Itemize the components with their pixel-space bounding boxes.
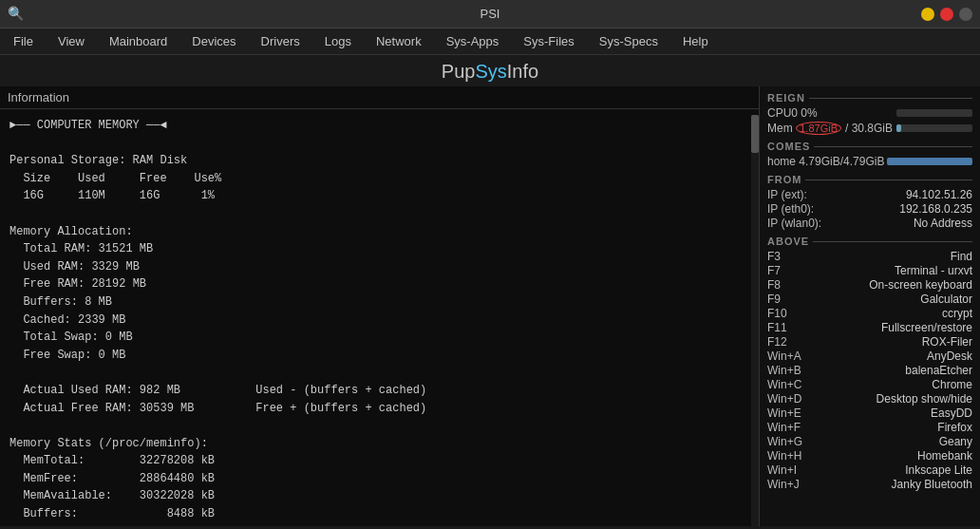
shortcut-row: Win+GGeany <box>767 435 972 448</box>
app-title-info: Info <box>507 61 538 82</box>
shortcut-key: F7 <box>767 264 781 277</box>
mem-total: / 30.8GiB <box>845 122 893 135</box>
shortcut-key: Win+B <box>767 364 801 377</box>
right-panel: REIGN CPU0 0% Mem 1.87GiB / 30.8GiB <box>760 86 980 526</box>
above-title: ABOVE <box>767 236 972 247</box>
menu-item-view[interactable]: View <box>54 32 88 50</box>
scroll-thumb[interactable] <box>751 115 759 153</box>
menu-item-file[interactable]: File <box>9 32 37 50</box>
shortcut-key: Win+I <box>767 463 797 477</box>
scroll-bar[interactable] <box>751 115 759 526</box>
comes-bar <box>887 158 972 165</box>
left-panel: Information ►—— COMPUTER MEMORY ——◄ Pers… <box>0 86 760 526</box>
shortcut-val: ROX-Filer <box>922 335 972 349</box>
shortcut-row: Win+BbalenaEtcher <box>767 364 972 377</box>
panel-header: Information <box>0 86 759 109</box>
comes-section: COMES home 4.79GiB/4.79GiB <box>767 141 972 168</box>
shortcut-key: Win+A <box>767 350 801 363</box>
shortcut-row: Win+JJanky Bluetooth <box>767 478 972 491</box>
shortcut-row: Win+CChrome <box>767 378 972 391</box>
comes-title: COMES <box>767 141 972 152</box>
above-section: ABOVE F3FindF7Terminal - urxvtF8On-scree… <box>767 236 972 491</box>
menu-item-sys-files[interactable]: Sys-Files <box>519 32 577 50</box>
ip-ext-row: IP (ext): 94.102.51.26 <box>767 188 972 201</box>
reign-section: REIGN CPU0 0% Mem 1.87GiB / 30.8GiB <box>767 92 972 135</box>
shortcut-val: Janky Bluetooth <box>892 478 972 491</box>
shortcut-key: F8 <box>767 278 781 292</box>
mem-row: Mem 1.87GiB / 30.8GiB <box>767 122 972 135</box>
cpu-label: CPU0 0% <box>767 106 818 120</box>
shortcut-key: Win+E <box>767 406 801 420</box>
cpu-value: 0% <box>801 106 817 120</box>
shortcut-val: Fullscreen/restore <box>881 321 972 334</box>
menu-item-sys-apps[interactable]: Sys-Apps <box>443 32 503 50</box>
reign-title: REIGN <box>767 92 972 104</box>
shortcut-row: Win+AAnyDesk <box>767 350 972 363</box>
shortcut-row: F3Find <box>767 250 972 263</box>
menu-item-logs[interactable]: Logs <box>321 32 355 50</box>
shortcut-key: F12 <box>767 335 787 349</box>
ip-eth0-value: 192.168.0.235 <box>899 202 972 216</box>
menu-item-mainboard[interactable]: Mainboard <box>105 32 171 50</box>
minimize-button[interactable] <box>921 8 934 21</box>
shortcut-row: Win+IInkscape Lite <box>767 463 972 477</box>
menu-item-devices[interactable]: Devices <box>188 32 239 50</box>
mem-bar-fill <box>896 124 901 132</box>
cpu-bar-bg <box>896 109 972 117</box>
menu-item-drivers[interactable]: Drivers <box>257 32 304 50</box>
menu-item-help[interactable]: Help <box>679 32 712 50</box>
shortcut-row: Win+EEasyDD <box>767 406 972 420</box>
shortcuts-list: F3FindF7Terminal - urxvtF8On-screen keyb… <box>767 250 972 491</box>
shortcut-row: Win+HHomebank <box>767 449 972 463</box>
ip-wlan0-row: IP (wlan0): No Address <box>767 217 972 230</box>
ip-wlan0-value: No Address <box>914 217 972 230</box>
shortcut-val: Inkscape Lite <box>905 463 972 477</box>
window-title: PSI <box>481 7 500 21</box>
shortcut-key: Win+G <box>767 435 802 448</box>
terminal-text: ►—— COMPUTER MEMORY ——◄ Personal Storage… <box>9 117 749 520</box>
shortcut-key: F9 <box>767 293 781 306</box>
close-button[interactable] <box>940 8 953 21</box>
mem-bar-bg <box>896 124 972 132</box>
shortcut-val: Firefox <box>937 421 972 434</box>
shortcut-val: Geany <box>939 435 972 448</box>
shortcut-key: F3 <box>767 250 781 263</box>
mem-label: Mem <box>767 122 793 135</box>
shortcut-val: Terminal - urxvt <box>895 264 972 277</box>
ip-wlan0-label: IP (wlan0): <box>767 217 821 230</box>
fullscreen-button[interactable] <box>959 8 972 21</box>
shortcut-row: F10ccrypt <box>767 307 972 320</box>
shortcut-key: F11 <box>767 321 787 334</box>
shortcut-key: Win+H <box>767 449 801 463</box>
shortcut-row: Win+FFirefox <box>767 421 972 434</box>
ip-ext-value: 94.102.51.26 <box>906 188 972 201</box>
menu-item-sys-specs[interactable]: Sys-Specs <box>595 32 662 50</box>
shortcut-key: F10 <box>767 307 787 320</box>
shortcut-val: Homebank <box>917 449 972 463</box>
shortcut-val: balenaEtcher <box>905 364 972 377</box>
ip-eth0-row: IP (eth0): 192.168.0.235 <box>767 202 972 216</box>
menu-item-network[interactable]: Network <box>372 32 425 50</box>
window-controls <box>921 8 972 21</box>
from-title: FROM <box>767 174 972 185</box>
shortcut-val: AnyDesk <box>927 350 972 363</box>
shortcut-row: F12ROX-Filer <box>767 335 972 349</box>
main-layout: Information ►—— COMPUTER MEMORY ——◄ Pers… <box>0 86 980 526</box>
title-bar-left: 🔍 <box>8 6 24 22</box>
cpu-row: CPU0 0% <box>767 106 972 120</box>
terminal-content[interactable]: ►—— COMPUTER MEMORY ——◄ Personal Storage… <box>0 109 759 520</box>
shortcut-row: Win+DDesktop show/hide <box>767 392 972 406</box>
home-row: home 4.79GiB/4.79GiB <box>767 155 972 168</box>
shortcut-row: F8On-screen keyboard <box>767 278 972 292</box>
shortcut-key: Win+F <box>767 421 801 434</box>
app-title-pup: Pup <box>442 61 476 82</box>
app-title-sys: Sys <box>475 61 506 82</box>
menu-bar: FileViewMainboardDevicesDriversLogsNetwo… <box>0 28 980 55</box>
shortcut-row: F11Fullscreen/restore <box>767 321 972 334</box>
home-label: home 4.79GiB/4.79GiB <box>767 155 884 168</box>
shortcut-val: EasyDD <box>931 406 972 420</box>
mem-used: 1.87GiB <box>796 122 841 135</box>
shortcut-key: Win+J <box>767 478 800 491</box>
shortcut-row: F9Galculator <box>767 293 972 306</box>
search-icon[interactable]: 🔍 <box>8 6 24 22</box>
